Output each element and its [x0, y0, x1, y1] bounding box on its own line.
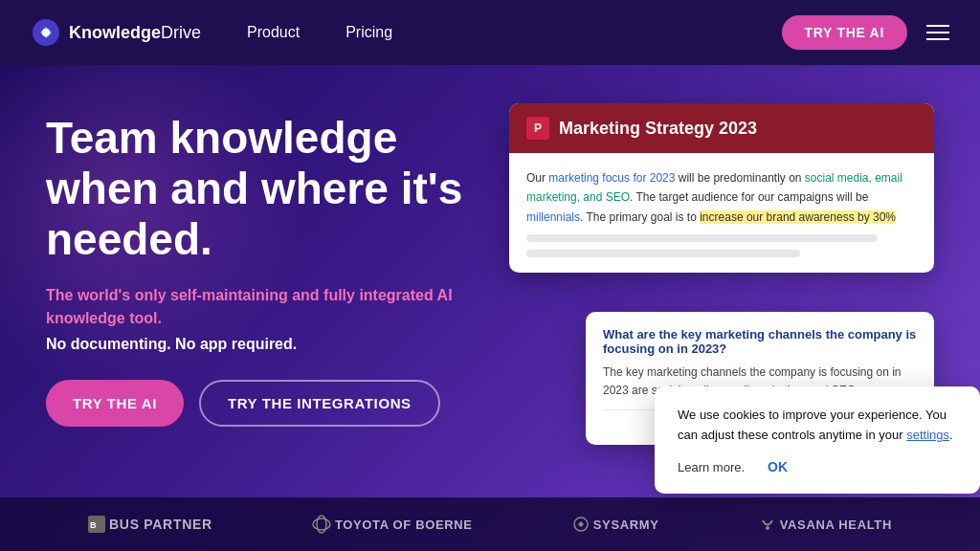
nav-cta-button[interactable]: TRY THE AI: [782, 15, 908, 50]
hamburger-line-1: [926, 25, 949, 27]
hero-subtitle-accent: The world's only self-maintaining and fu…: [46, 287, 453, 326]
hamburger-line-2: [926, 32, 949, 33]
doc-header: P Marketing Strategy 2023: [509, 103, 934, 153]
cookie-ok-button[interactable]: OK: [768, 459, 788, 474]
cookie-learn-more[interactable]: Learn more.: [678, 460, 745, 474]
doc-header-title: Marketing Strategy 2023: [559, 119, 757, 139]
logo-toyota: TOYOTA of BOERNE: [312, 515, 473, 534]
logo-icon: [31, 17, 61, 48]
logo-text: KnowledgeDrive: [69, 23, 201, 43]
doc-card: P Marketing Strategy 2023 Our marketing …: [509, 103, 934, 273]
svg-point-7: [766, 526, 769, 530]
doc-line-1: [526, 234, 878, 242]
hero-section: Team knowledge when and where it's neede…: [0, 65, 980, 551]
vasana-icon: [759, 516, 776, 533]
buspartner-icon: B: [88, 516, 105, 533]
cookie-settings-link[interactable]: settings: [906, 428, 949, 442]
navbar: KnowledgeDrive Product Pricing TRY THE A…: [0, 0, 980, 65]
nav-pricing[interactable]: Pricing: [345, 24, 392, 41]
toyota-icon: [312, 515, 331, 534]
hero-cta-button[interactable]: TRY THE AI: [46, 380, 184, 427]
doc-line-2: [526, 250, 800, 257]
hamburger-menu[interactable]: [926, 25, 949, 40]
doc-highlight-1: marketing focus for 2023: [548, 171, 675, 185]
doc-body: Our marketing focus for 2023 will be pre…: [509, 153, 934, 273]
logo-buspartner: B BUS PARTNER: [88, 516, 212, 533]
hero-title: Team knowledge when and where it's neede…: [46, 113, 490, 265]
hamburger-line-3: [926, 38, 949, 40]
svg-point-1: [42, 29, 50, 36]
doc-text-2: will be predominantly on: [675, 171, 804, 185]
logo-sysarmy: SysArmy: [572, 516, 659, 533]
cookie-text: We use cookies to improve your experienc…: [678, 406, 957, 446]
doc-highlight-4: increase our brand awareness by 30%: [700, 210, 896, 224]
logo-vasana: Vasana Health: [759, 516, 892, 533]
hero-integrations-button[interactable]: TRY THE INTEGRATIONS: [199, 380, 440, 427]
doc-text-3: . The target audience for our campaigns …: [630, 190, 868, 204]
logos-bar: B BUS PARTNER TOYOTA of BOERNE SysArmy V…: [0, 497, 980, 551]
cookie-text-after: .: [949, 428, 953, 442]
doc-text-4: . The primary goal is to: [580, 210, 700, 224]
svg-point-4: [313, 518, 330, 530]
cookie-actions: Learn more. OK: [678, 459, 957, 474]
nav-links: Product Pricing: [247, 24, 781, 41]
logo[interactable]: KnowledgeDrive: [31, 17, 201, 48]
cookie-banner: We use cookies to improve your experienc…: [655, 386, 980, 494]
hero-subtitle-1: The world's only self-maintaining and fu…: [46, 284, 490, 330]
hero-subtitle-2: No documenting. No app required.: [46, 336, 490, 353]
nav-product[interactable]: Product: [247, 24, 300, 41]
hero-left: Team knowledge when and where it's neede…: [46, 103, 490, 551]
sysarmy-icon: [572, 516, 590, 533]
hero-buttons: TRY THE AI TRY THE INTEGRATIONS: [46, 380, 490, 427]
qa-question: What are the key marketing channels the …: [603, 327, 917, 356]
svg-text:B: B: [90, 520, 97, 530]
doc-text-1: Our: [526, 171, 548, 185]
doc-highlight-3: millennials: [526, 210, 580, 224]
doc-powerpoint-icon: P: [526, 117, 549, 140]
